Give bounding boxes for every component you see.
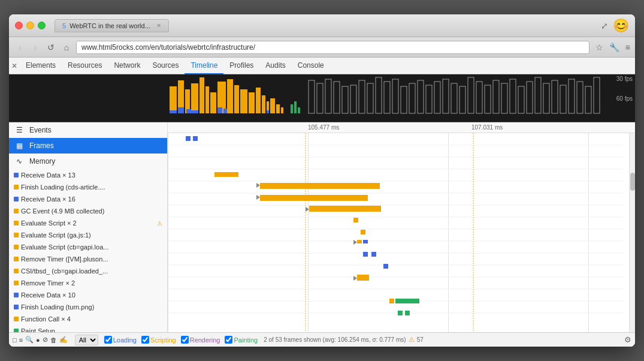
frame-count: 57 (417, 336, 424, 343)
scripting-checkbox[interactable] (141, 336, 149, 344)
tab-console[interactable]: Console (292, 58, 330, 74)
timeline-items-list: Receive Data × 13 Finish Loading (cds-ar… (9, 169, 167, 332)
tab-icon: 5 (62, 22, 66, 29)
left-panel-nav: ☰ Events ▦ Frames ∿ Memory (9, 122, 167, 169)
timeline-item[interactable]: Receive Data × 16 (9, 193, 167, 205)
reload-button[interactable]: ↺ (45, 41, 57, 53)
clear-icon[interactable]: ≡ (19, 336, 23, 344)
item-color-dot (14, 305, 19, 309)
svg-rect-16 (276, 104, 280, 113)
tab-sources[interactable]: Sources (146, 58, 185, 74)
devtools-nav: ✕ Elements Resources Network Sources Tim… (9, 58, 635, 74)
filter-painting: Painting (225, 336, 258, 344)
menu-button[interactable]: ≡ (625, 43, 630, 52)
tab-close-button[interactable]: ✕ (156, 22, 161, 29)
fullscreen-button[interactable]: ⤢ (601, 21, 608, 31)
chart-area (168, 133, 635, 332)
svg-rect-26 (223, 109, 227, 113)
svg-rect-62 (594, 77, 600, 113)
timeline-item[interactable]: Evaluate Script (ga.js:1) (9, 229, 167, 241)
devtools-close-button[interactable]: ✕ (11, 62, 17, 70)
bookmark-button[interactable]: ☆ (595, 43, 603, 52)
home-button[interactable]: ⌂ (61, 41, 72, 53)
svg-rect-96 (383, 264, 388, 269)
tab-audits[interactable]: Audits (259, 58, 291, 74)
nav-frames[interactable]: ▦ Frames (9, 138, 167, 154)
flame-chart-svg (9, 74, 635, 122)
close-button[interactable] (15, 22, 23, 29)
timeline-item[interactable]: Evaluate Script × 2 ⚠ (9, 217, 167, 229)
browser-tab[interactable]: 5 WebRTC in the real world... ✕ (55, 19, 169, 32)
memory-label: Memory (29, 157, 55, 166)
timeline-item[interactable]: Receive Data × 10 (9, 289, 167, 301)
edit-icon[interactable]: ✍ (59, 336, 68, 344)
svg-rect-52 (510, 79, 516, 113)
status-bar: □ ≡ 🔍 ● ⊘ 🗑 ✍ All Loading Scripting Rend… (9, 332, 635, 347)
svg-rect-41 (418, 80, 424, 113)
svg-rect-17 (281, 107, 283, 113)
svg-rect-84 (260, 183, 380, 189)
fps-30-label: 30 fps (616, 76, 633, 82)
rendering-label: Rendering (190, 336, 220, 344)
svg-rect-11 (249, 92, 255, 113)
timeline-item[interactable]: GC Event (4.9 MB collected) (9, 205, 167, 217)
tab-profiles[interactable]: Profiles (223, 58, 259, 74)
delete-icon[interactable]: 🗑 (50, 336, 57, 344)
address-bar: ‹ › ↺ ⌂ www.html5rocks.com/en/tutorials/… (9, 37, 635, 58)
nav-memory[interactable]: ∿ Memory (9, 154, 167, 169)
svg-rect-46 (459, 86, 465, 113)
timeline-item[interactable]: Receive Data × 13 (9, 169, 167, 181)
tab-timeline[interactable]: Timeline (185, 58, 223, 74)
rendering-checkbox[interactable] (181, 336, 189, 344)
tab-title: WebRTC in the real world... (69, 22, 150, 29)
svg-rect-48 (476, 82, 482, 113)
forward-button[interactable]: › (29, 41, 41, 53)
svg-rect-19 (294, 101, 297, 113)
tab-elements[interactable]: Elements (20, 58, 62, 74)
svg-marker-85 (256, 195, 260, 200)
url-bar[interactable]: www.html5rocks.com/en/tutorials/webrtc/i… (76, 41, 589, 54)
timeline-item[interactable]: Finish Loading (cds-article.... (9, 181, 167, 193)
cancel-icon[interactable]: ⊘ (43, 336, 48, 344)
svg-rect-53 (518, 86, 524, 113)
filter-dropdown[interactable]: All (75, 335, 98, 345)
title-bar: 5 WebRTC in the real world... ✕ ⤢ 😊 (9, 14, 635, 37)
time-markers: 105.477 ms 107.031 ms (168, 122, 635, 133)
timeline-item[interactable]: Evaluate Script (cb=gapi.loa... (9, 241, 167, 253)
nav-events[interactable]: ☰ Events (9, 122, 167, 138)
item-color-dot (14, 173, 19, 178)
gear-button[interactable]: ⚙ (624, 335, 631, 344)
timeline-chart: 30 fps 60 fps (9, 74, 635, 122)
loading-checkbox[interactable] (104, 336, 112, 344)
svg-rect-58 (560, 85, 566, 113)
timeline-item[interactable]: Finish Loading (turn.png) (9, 301, 167, 313)
timeline-item[interactable]: Paint Setup (9, 325, 167, 332)
svg-rect-21 (170, 110, 177, 113)
svg-rect-25 (217, 107, 222, 113)
timeline-item[interactable]: Function Call × 4 (9, 313, 167, 325)
svg-rect-15 (270, 98, 275, 113)
timeline-item[interactable]: Remove Timer × 2 (9, 277, 167, 289)
svg-rect-90 (361, 230, 365, 234)
svg-rect-13 (262, 95, 265, 113)
timeline-item[interactable]: Remove Timer ([VM].pluson... (9, 253, 167, 265)
svg-rect-9 (234, 85, 239, 113)
item-label: Receive Data × 16 (21, 195, 75, 203)
painting-checkbox[interactable] (225, 336, 232, 344)
item-label: Evaluate Script (ga.js:1) (21, 231, 91, 239)
tab-network[interactable]: Network (108, 58, 146, 74)
minimize-button[interactable] (26, 22, 34, 29)
svg-rect-60 (577, 82, 583, 113)
maximize-button[interactable] (38, 22, 46, 29)
search-icon[interactable]: 🔍 (25, 336, 34, 344)
record-icon[interactable]: □ (13, 336, 17, 344)
back-button[interactable]: ‹ (14, 41, 26, 53)
svg-rect-50 (493, 80, 499, 113)
record-button[interactable]: ● (36, 336, 40, 344)
svg-rect-56 (543, 83, 549, 113)
tab-resources[interactable]: Resources (62, 58, 108, 74)
extension-button[interactable]: 🔧 (609, 43, 619, 52)
svg-rect-92 (357, 240, 362, 243)
timeline-item[interactable]: CSI/tbsd_ (cb=gapi.loaded_... (9, 265, 167, 277)
svg-marker-87 (306, 207, 309, 212)
